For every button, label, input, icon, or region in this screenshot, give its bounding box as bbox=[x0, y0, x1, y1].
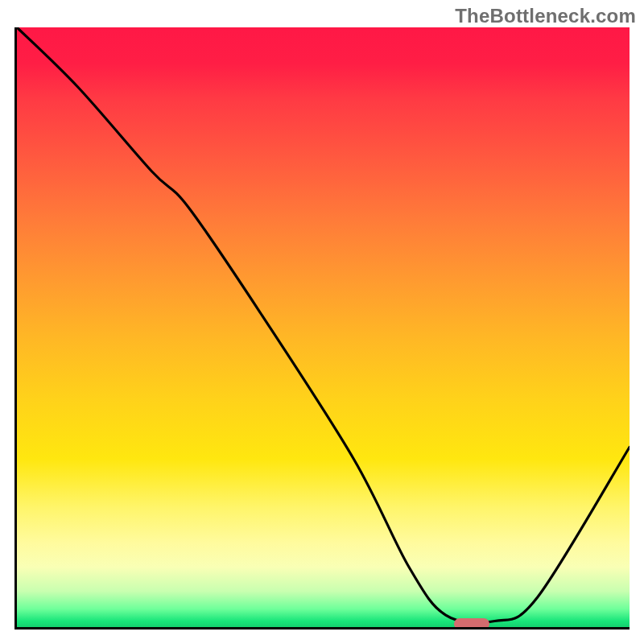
optimal-marker bbox=[454, 618, 489, 630]
chart-container: TheBottleneck.com bbox=[0, 0, 644, 644]
bottleneck-curve bbox=[17, 27, 630, 627]
watermark-text: TheBottleneck.com bbox=[455, 5, 636, 27]
plot-area bbox=[14, 27, 630, 630]
curve-path bbox=[17, 27, 630, 623]
